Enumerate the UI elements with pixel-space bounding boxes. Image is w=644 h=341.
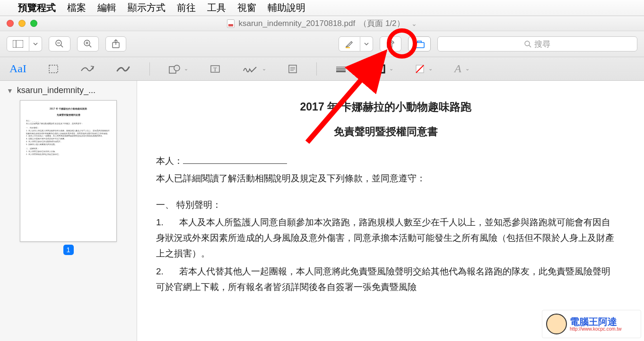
document-filename: ksarun_indemnity_20170818.pdf [238, 19, 355, 28]
svg-line-15 [529, 45, 531, 47]
svg-rect-17 [49, 65, 58, 73]
macos-menubar: 預覽程式 檔案 編輯 顯示方式 前往 工具 視窗 輔助說明 [0, 0, 644, 16]
search-icon [524, 41, 531, 48]
svg-point-14 [525, 41, 530, 46]
menu-view[interactable]: 顯示方式 [128, 1, 165, 14]
zoom-in-button[interactable] [77, 36, 99, 51]
sign-tool[interactable]: ⌄ [239, 62, 269, 76]
pdf-icon [227, 19, 235, 28]
window-title[interactable]: ksarun_indemnity_20170818.pdf （頁面 1/2） ⌄ [0, 18, 644, 29]
chevron-down-icon: ⌄ [184, 66, 188, 72]
svg-rect-0 [13, 40, 23, 48]
svg-text:T: T [213, 66, 217, 73]
zoom-out-button[interactable] [49, 36, 70, 51]
font-style-tool[interactable]: A ⌄ [452, 60, 472, 77]
text-box-tool[interactable]: T [207, 62, 223, 76]
view-mode-dropdown[interactable] [29, 36, 42, 51]
chevron-down-icon: ⌄ [465, 66, 470, 72]
doc-section1-title: 一、 特別聲明： [156, 197, 616, 213]
fill-color-tool[interactable]: ⌄ [412, 62, 435, 76]
svg-point-19 [174, 65, 180, 71]
watermark-avatar-icon [546, 314, 567, 334]
thumbnail-sidebar: ▼ ksarun_indemnity_... 2017 年 卡娜赫拉的小動物趣味… [0, 81, 137, 341]
share-button[interactable] [105, 36, 126, 51]
menu-help[interactable]: 輔助說明 [268, 1, 305, 14]
chevron-down-icon[interactable]: ⌄ [411, 20, 417, 27]
sidebar-filename: ksarun_indemnity_... [17, 85, 96, 95]
annotation-red-arrow [298, 48, 402, 152]
chevron-down-icon: ⌄ [428, 66, 433, 72]
text-selection-tool[interactable]: AaI [7, 60, 29, 77]
menu-file[interactable]: 檔案 [67, 1, 86, 14]
svg-line-4 [61, 45, 63, 48]
sidebar-view-button[interactable] [7, 36, 29, 51]
doc-line-person: 本人： [156, 153, 616, 169]
svg-line-8 [89, 45, 92, 48]
doc-item-1: 1. 本人及本人所監護人同意自願參加本次路跑，路跑規模人數至少在千人以上，並知悉… [156, 214, 616, 262]
watermark-url: http://www.kocpc.com.tw [570, 326, 621, 332]
shapes-tool[interactable]: ⌄ [166, 62, 191, 76]
doc-item-2: 2. 若本人代替其他人一起團報，本人同意將此免責暨風險聲明交給其他代為報名路跑的… [156, 264, 616, 295]
menu-tools[interactable]: 工具 [207, 1, 226, 14]
search-placeholder: 搜尋 [534, 39, 550, 50]
file-disclosure-row[interactable]: ▼ ksarun_indemnity_... [7, 85, 130, 95]
sketch-tool[interactable] [78, 62, 97, 76]
menu-edit[interactable]: 編輯 [97, 1, 116, 14]
menu-go[interactable]: 前往 [177, 1, 196, 14]
watermark-brand: 電腦王阿達 [570, 317, 621, 326]
disclosure-triangle-icon: ▼ [7, 87, 13, 94]
view-mode-segment [7, 36, 42, 51]
page-number-badge[interactable]: 1 [63, 245, 74, 255]
chevron-down-icon: ⌄ [262, 66, 266, 72]
draw-tool[interactable] [113, 62, 133, 76]
annotation-red-circle [387, 28, 417, 59]
search-input[interactable]: 搜尋 [437, 36, 637, 51]
doc-line-intro: 本人已詳細閱讀了解活動相關說明及規定及下列條款，並同意遵守： [156, 170, 616, 186]
main-toolbar: 搜尋 [0, 31, 644, 57]
app-name[interactable]: 預覽程式 [18, 1, 56, 14]
page-thumbnail-1[interactable]: 2017 年 卡娜赫拉的小動物趣味路跑 免責聲明暨授權同意書 本人：＿＿＿＿ 本… [20, 100, 117, 242]
menu-window[interactable]: 視窗 [237, 1, 256, 14]
page-indicator: （頁面 1/2） [359, 18, 404, 29]
svg-line-16 [307, 57, 381, 142]
rectangular-selection-tool[interactable] [45, 62, 61, 76]
window-titlebar: ksarun_indemnity_20170818.pdf （頁面 1/2） ⌄ [0, 16, 644, 31]
watermark-logo: 電腦王阿達 http://www.kocpc.com.tw [542, 310, 641, 338]
